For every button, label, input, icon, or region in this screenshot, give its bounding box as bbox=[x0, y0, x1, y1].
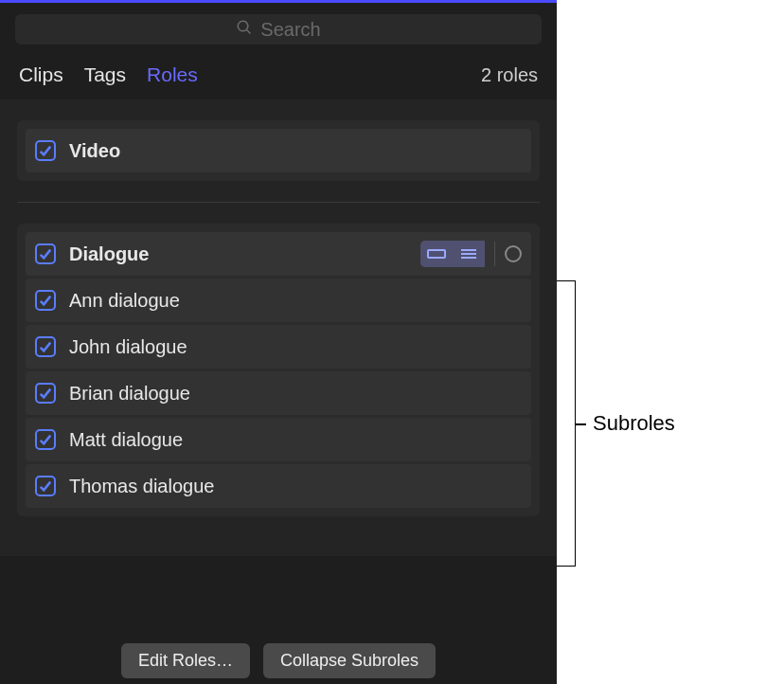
checkbox-dialogue[interactable] bbox=[35, 243, 56, 264]
edit-roles-button[interactable]: Edit Roles… bbox=[121, 643, 250, 678]
subrole-label: John dialogue bbox=[69, 336, 522, 358]
list-view-icon bbox=[459, 243, 478, 265]
subrole-label: Matt dialogue bbox=[69, 429, 522, 451]
annotation-tick bbox=[575, 423, 586, 425]
subrole-row[interactable]: Matt dialogue bbox=[26, 418, 531, 461]
subrole-row[interactable]: Brian dialogue bbox=[26, 371, 531, 415]
subrole-row[interactable]: John dialogue bbox=[26, 325, 531, 369]
role-label: Video bbox=[69, 140, 522, 162]
checkbox-video[interactable] bbox=[35, 140, 56, 161]
checkbox-subrole[interactable] bbox=[35, 429, 56, 450]
list-view-button[interactable] bbox=[453, 241, 485, 267]
divider bbox=[17, 202, 540, 203]
annotation-label: Subroles bbox=[593, 411, 675, 436]
search-bar-wrap: Search bbox=[0, 3, 557, 54]
roles-list: Video Dialogue bbox=[0, 99, 557, 556]
role-row-video[interactable]: Video bbox=[26, 129, 531, 172]
subrole-label: Ann dialogue bbox=[69, 290, 522, 312]
role-group-video: Video bbox=[17, 120, 540, 181]
role-count: 2 roles bbox=[481, 64, 538, 86]
annotation-callout: Subroles bbox=[557, 280, 675, 567]
search-placeholder: Search bbox=[260, 19, 320, 41]
clip-view-button[interactable] bbox=[420, 241, 453, 267]
tab-row: Clips Tags Roles 2 roles bbox=[0, 54, 557, 99]
checkbox-subrole[interactable] bbox=[35, 476, 56, 496]
role-row-dialogue[interactable]: Dialogue bbox=[26, 232, 531, 276]
subrole-row[interactable]: Ann dialogue bbox=[26, 279, 531, 322]
collapse-subroles-button[interactable]: Collapse Subroles bbox=[263, 643, 436, 678]
tab-tags[interactable]: Tags bbox=[84, 63, 126, 86]
search-icon bbox=[236, 19, 253, 41]
tab-clips[interactable]: Clips bbox=[19, 63, 63, 86]
role-group-dialogue: Dialogue bbox=[17, 224, 540, 516]
tab-roles[interactable]: Roles bbox=[147, 63, 198, 86]
checkbox-subrole[interactable] bbox=[35, 383, 56, 404]
search-field[interactable]: Search bbox=[15, 14, 542, 45]
svg-rect-0 bbox=[428, 250, 445, 258]
clip-view-icon bbox=[427, 243, 446, 265]
subrole-label: Brian dialogue bbox=[69, 383, 522, 405]
role-view-controls bbox=[420, 241, 522, 267]
role-label: Dialogue bbox=[69, 243, 420, 265]
bottom-button-row: Edit Roles… Collapse Subroles bbox=[0, 626, 557, 684]
subrole-row[interactable]: Thomas dialogue bbox=[26, 464, 531, 508]
control-separator bbox=[494, 242, 495, 266]
annotation-bracket bbox=[557, 280, 576, 567]
checkbox-subrole[interactable] bbox=[35, 336, 56, 357]
checkbox-subrole[interactable] bbox=[35, 290, 56, 311]
subrole-label: Thomas dialogue bbox=[69, 476, 522, 497]
roles-panel: Search Clips Tags Roles 2 roles Video Di… bbox=[0, 0, 557, 684]
focus-circle-icon[interactable] bbox=[505, 245, 522, 262]
